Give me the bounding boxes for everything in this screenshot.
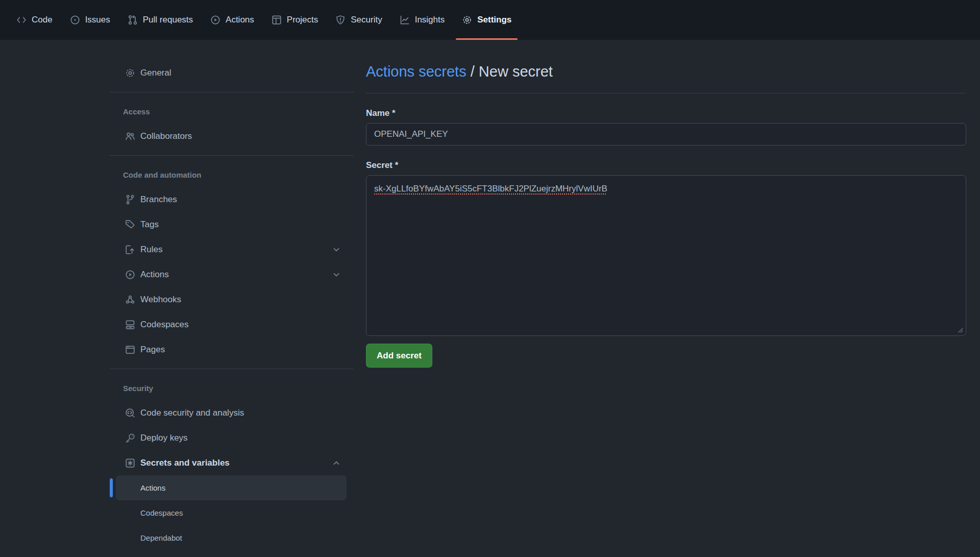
sidebar-subitem-codespaces[interactable]: Codespaces bbox=[116, 500, 347, 525]
sidebar-section-access: Access bbox=[116, 99, 347, 124]
play-icon bbox=[125, 270, 135, 280]
divider bbox=[110, 369, 354, 369]
graph-icon bbox=[400, 15, 410, 25]
key-icon bbox=[125, 433, 135, 443]
sidebar-subitem-label: Dependabot bbox=[140, 534, 182, 542]
sidebar-item-actions[interactable]: Actions bbox=[116, 262, 347, 287]
breadcrumb-separator: / bbox=[471, 63, 475, 80]
actions-secrets-link[interactable]: Actions secrets bbox=[366, 63, 467, 80]
chevron-down-icon bbox=[332, 245, 341, 254]
sidebar-item-label: Webhooks bbox=[140, 295, 341, 305]
sidebar-item-pages[interactable]: Pages bbox=[116, 337, 347, 362]
sidebar-item-tags[interactable]: Tags bbox=[116, 212, 347, 237]
gear-icon bbox=[462, 15, 472, 25]
divider bbox=[110, 92, 354, 92]
code-icon bbox=[16, 15, 27, 25]
sidebar-item-label: Collaborators bbox=[140, 131, 341, 141]
sidebar-item-label: Rules bbox=[140, 245, 327, 255]
tab-code[interactable]: Code bbox=[8, 0, 61, 40]
sidebar-item-general[interactable]: General bbox=[116, 60, 347, 85]
gear-icon bbox=[125, 68, 135, 78]
sidebar-subitem-label: Codespaces bbox=[140, 508, 183, 517]
tab-label: Code bbox=[32, 15, 53, 25]
rule-icon bbox=[125, 245, 135, 255]
sidebar-subitem-label: Actions bbox=[140, 483, 165, 492]
sidebar-item-webhooks[interactable]: Webhooks bbox=[116, 287, 347, 312]
sidebar-item-branches[interactable]: Branches bbox=[116, 187, 347, 212]
tab-settings[interactable]: Settings bbox=[453, 0, 520, 40]
sidebar-item-label: Branches bbox=[140, 195, 341, 205]
table-icon bbox=[272, 15, 282, 25]
shield-icon bbox=[335, 15, 346, 25]
secret-value-text: sk-XgLLfoBYfwAbAY5iS5cFT3BlbkFJ2PlZuejrz… bbox=[374, 184, 607, 193]
sidebar-section-code-automation: Code and automation bbox=[116, 162, 347, 187]
sidebar-item-collaborators[interactable]: Collaborators bbox=[116, 124, 347, 149]
name-label: Name * bbox=[366, 108, 966, 119]
tab-label: Issues bbox=[85, 15, 110, 25]
tab-label: Security bbox=[351, 15, 382, 25]
git-pull-request-icon bbox=[128, 15, 138, 25]
new-secret-form: Actions secrets / New secret Name * Secr… bbox=[366, 40, 966, 368]
chevron-down-icon bbox=[332, 270, 341, 279]
sidebar-item-codespaces[interactable]: Codespaces bbox=[116, 312, 347, 337]
sidebar-item-label: Secrets and variables bbox=[140, 458, 327, 468]
add-secret-button[interactable]: Add secret bbox=[366, 344, 432, 368]
sidebar-item-label: Code security and analysis bbox=[140, 408, 341, 418]
people-icon bbox=[125, 131, 135, 141]
sidebar-section-security: Security bbox=[116, 376, 347, 400]
settings-layout: General Access Collaborators Code and au… bbox=[0, 40, 980, 557]
play-icon bbox=[210, 15, 220, 25]
tab-label: Projects bbox=[287, 15, 318, 25]
codespaces-icon bbox=[125, 320, 135, 330]
sidebar-item-code-security[interactable]: Code security and analysis bbox=[116, 400, 347, 425]
tab-label: Settings bbox=[477, 15, 511, 25]
page-title: Actions secrets / New secret bbox=[366, 62, 966, 93]
divider bbox=[110, 155, 354, 156]
git-branch-icon bbox=[125, 195, 135, 205]
chevron-up-icon bbox=[332, 458, 341, 468]
sidebar-item-label: Tags bbox=[140, 220, 341, 230]
tab-actions[interactable]: Actions bbox=[202, 0, 263, 40]
secret-label: Secret * bbox=[366, 160, 966, 171]
sidebar-item-label: Actions bbox=[140, 270, 327, 280]
breadcrumb-current: New secret bbox=[479, 63, 553, 80]
repo-tab-nav: Code Issues Pull requests Actions Projec… bbox=[0, 0, 980, 40]
codescan-icon bbox=[125, 408, 135, 418]
sidebar-item-label: Deploy keys bbox=[140, 433, 341, 443]
secrets-icon bbox=[125, 458, 135, 468]
sidebar-item-rules[interactable]: Rules bbox=[116, 237, 347, 262]
sidebar-item-label: Pages bbox=[140, 345, 341, 355]
tab-label: Insights bbox=[415, 15, 445, 25]
tab-pull-requests[interactable]: Pull requests bbox=[119, 0, 202, 40]
sidebar-item-secrets-variables[interactable]: Secrets and variables bbox=[116, 450, 347, 475]
settings-sidebar: General Access Collaborators Code and au… bbox=[110, 40, 354, 557]
sidebar-item-deploy-keys[interactable]: Deploy keys bbox=[116, 425, 347, 450]
browser-icon bbox=[125, 345, 135, 355]
webhook-icon bbox=[125, 295, 135, 305]
tag-icon bbox=[125, 220, 135, 230]
tab-projects[interactable]: Projects bbox=[263, 0, 327, 40]
tab-issues[interactable]: Issues bbox=[61, 0, 119, 40]
secret-value-input[interactable]: sk-XgLLfoBYfwAbAY5iS5cFT3BlbkFJ2PlZuejrz… bbox=[366, 175, 966, 336]
tab-security[interactable]: Security bbox=[327, 0, 390, 40]
secret-name-input[interactable] bbox=[366, 123, 966, 146]
sidebar-item-label: General bbox=[140, 68, 341, 78]
resize-handle[interactable] bbox=[957, 327, 964, 334]
tab-insights[interactable]: Insights bbox=[391, 0, 454, 40]
sidebar-item-label: Codespaces bbox=[140, 320, 341, 330]
tab-label: Pull requests bbox=[143, 15, 193, 25]
sidebar-subitem-actions[interactable]: Actions bbox=[116, 475, 347, 500]
issue-opened-icon bbox=[70, 15, 80, 25]
sidebar-subitem-dependabot[interactable]: Dependabot bbox=[116, 525, 347, 550]
tab-label: Actions bbox=[226, 15, 254, 25]
